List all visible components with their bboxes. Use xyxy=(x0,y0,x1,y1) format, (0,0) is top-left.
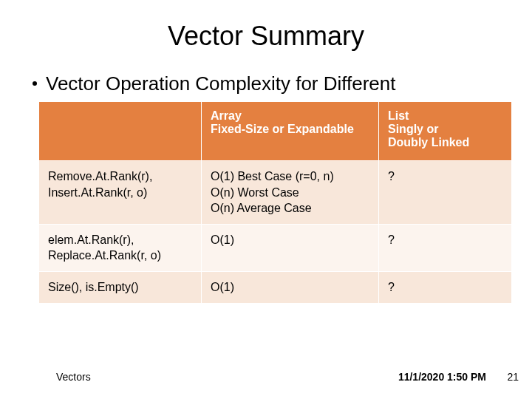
header-blank xyxy=(39,102,202,161)
cell-list: ? xyxy=(379,271,512,303)
op-line: Remove.At.Rank(r), xyxy=(48,170,152,183)
arr-line: O(n) Worst Case xyxy=(211,186,299,199)
table-header-row: Array Fixed-Size or Expandable List Sing… xyxy=(39,102,512,161)
arr-line: O(n) Average Case xyxy=(211,202,312,214)
slide-title: Vector Summary xyxy=(30,21,502,52)
footer-topic: Vectors xyxy=(56,371,91,383)
cell-operation: elem.At.Rank(r), Replace.At.Rank(r, o) xyxy=(39,224,202,271)
header-array-line1: Array xyxy=(211,109,242,122)
header-array: Array Fixed-Size or Expandable xyxy=(202,102,379,161)
cell-array: O(1) xyxy=(202,271,379,303)
bullet-line: Vector Operation Complexity for Differen… xyxy=(33,72,502,95)
table-row: Remove.At.Rank(r), Insert.At.Rank(r, o) … xyxy=(39,161,512,225)
op-line: Replace.At.Rank(r, o) xyxy=(48,249,161,262)
header-list-line1: List xyxy=(388,109,409,122)
cell-operation: Remove.At.Rank(r), Insert.At.Rank(r, o) xyxy=(39,161,202,225)
cell-list: ? xyxy=(379,161,512,225)
complexity-table: Array Fixed-Size or Expandable List Sing… xyxy=(38,101,512,304)
cell-list: ? xyxy=(379,224,512,271)
table-row: Size(), is.Empty() O(1) ? xyxy=(39,271,512,303)
cell-operation: Size(), is.Empty() xyxy=(39,271,202,303)
header-list: List Singly or Doubly Linked xyxy=(379,102,512,161)
slide: Vector Summary Vector Operation Complexi… xyxy=(0,0,532,399)
header-array-line2: Fixed-Size or Expandable xyxy=(211,123,354,135)
op-line: Insert.At.Rank(r, o) xyxy=(48,186,147,199)
op-line: elem.At.Rank(r), xyxy=(48,233,134,246)
arr-line: O(1) Best Case (r=0, n) xyxy=(211,170,334,183)
header-list-line2: Singly or xyxy=(388,123,438,135)
page-number: 21 xyxy=(507,371,519,383)
footer-timestamp: 11/1/2020 1:50 PM xyxy=(398,371,486,383)
table-row: elem.At.Rank(r), Replace.At.Rank(r, o) O… xyxy=(39,224,512,271)
bullet-dot-icon xyxy=(33,81,37,86)
bullet-text: Vector Operation Complexity for Differen… xyxy=(46,72,396,95)
cell-array: O(1) xyxy=(202,224,379,271)
cell-array: O(1) Best Case (r=0, n) O(n) Worst Case … xyxy=(202,161,379,225)
header-list-line3: Doubly Linked xyxy=(388,136,469,149)
